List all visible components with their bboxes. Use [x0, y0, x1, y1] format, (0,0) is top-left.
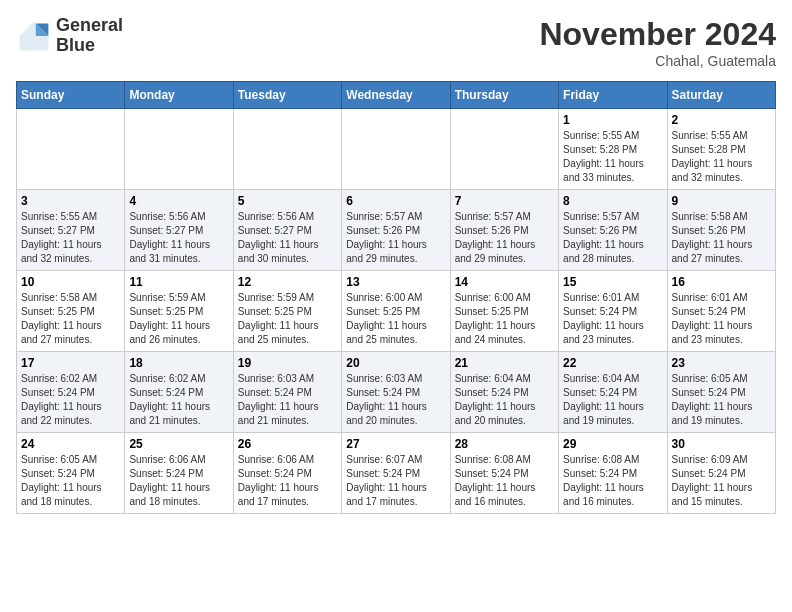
day-number: 19	[238, 356, 337, 370]
day-info: Sunrise: 6:00 AM Sunset: 5:25 PM Dayligh…	[455, 291, 554, 347]
weekday-header-wednesday: Wednesday	[342, 82, 450, 109]
calendar-cell: 4Sunrise: 5:56 AM Sunset: 5:27 PM Daylig…	[125, 190, 233, 271]
day-number: 3	[21, 194, 120, 208]
calendar-cell: 26Sunrise: 6:06 AM Sunset: 5:24 PM Dayli…	[233, 433, 341, 514]
calendar-cell: 29Sunrise: 6:08 AM Sunset: 5:24 PM Dayli…	[559, 433, 667, 514]
calendar-cell: 18Sunrise: 6:02 AM Sunset: 5:24 PM Dayli…	[125, 352, 233, 433]
day-info: Sunrise: 5:56 AM Sunset: 5:27 PM Dayligh…	[238, 210, 337, 266]
day-info: Sunrise: 6:02 AM Sunset: 5:24 PM Dayligh…	[129, 372, 228, 428]
day-info: Sunrise: 5:55 AM Sunset: 5:27 PM Dayligh…	[21, 210, 120, 266]
calendar-week-row: 10Sunrise: 5:58 AM Sunset: 5:25 PM Dayli…	[17, 271, 776, 352]
day-info: Sunrise: 6:01 AM Sunset: 5:24 PM Dayligh…	[672, 291, 771, 347]
calendar-cell: 30Sunrise: 6:09 AM Sunset: 5:24 PM Dayli…	[667, 433, 775, 514]
calendar-cell: 12Sunrise: 5:59 AM Sunset: 5:25 PM Dayli…	[233, 271, 341, 352]
month-year: November 2024	[539, 16, 776, 53]
day-number: 8	[563, 194, 662, 208]
calendar-cell: 3Sunrise: 5:55 AM Sunset: 5:27 PM Daylig…	[17, 190, 125, 271]
calendar-cell: 19Sunrise: 6:03 AM Sunset: 5:24 PM Dayli…	[233, 352, 341, 433]
calendar-cell: 24Sunrise: 6:05 AM Sunset: 5:24 PM Dayli…	[17, 433, 125, 514]
day-info: Sunrise: 5:56 AM Sunset: 5:27 PM Dayligh…	[129, 210, 228, 266]
calendar-cell: 11Sunrise: 5:59 AM Sunset: 5:25 PM Dayli…	[125, 271, 233, 352]
day-number: 9	[672, 194, 771, 208]
logo: General Blue	[16, 16, 123, 56]
day-info: Sunrise: 5:59 AM Sunset: 5:25 PM Dayligh…	[129, 291, 228, 347]
calendar-cell: 7Sunrise: 5:57 AM Sunset: 5:26 PM Daylig…	[450, 190, 558, 271]
day-number: 1	[563, 113, 662, 127]
day-number: 7	[455, 194, 554, 208]
day-number: 12	[238, 275, 337, 289]
page-header: General Blue November 2024 Chahal, Guate…	[16, 16, 776, 69]
calendar-cell: 8Sunrise: 5:57 AM Sunset: 5:26 PM Daylig…	[559, 190, 667, 271]
day-number: 18	[129, 356, 228, 370]
calendar-cell: 28Sunrise: 6:08 AM Sunset: 5:24 PM Dayli…	[450, 433, 558, 514]
logo-text: General Blue	[56, 16, 123, 56]
day-number: 23	[672, 356, 771, 370]
day-number: 4	[129, 194, 228, 208]
weekday-header-row: SundayMondayTuesdayWednesdayThursdayFrid…	[17, 82, 776, 109]
calendar-cell: 25Sunrise: 6:06 AM Sunset: 5:24 PM Dayli…	[125, 433, 233, 514]
day-info: Sunrise: 5:57 AM Sunset: 5:26 PM Dayligh…	[455, 210, 554, 266]
calendar-cell: 16Sunrise: 6:01 AM Sunset: 5:24 PM Dayli…	[667, 271, 775, 352]
day-info: Sunrise: 6:00 AM Sunset: 5:25 PM Dayligh…	[346, 291, 445, 347]
day-info: Sunrise: 5:55 AM Sunset: 5:28 PM Dayligh…	[672, 129, 771, 185]
day-number: 25	[129, 437, 228, 451]
day-info: Sunrise: 5:59 AM Sunset: 5:25 PM Dayligh…	[238, 291, 337, 347]
calendar-cell: 9Sunrise: 5:58 AM Sunset: 5:26 PM Daylig…	[667, 190, 775, 271]
title-block: November 2024 Chahal, Guatemala	[539, 16, 776, 69]
calendar-cell: 20Sunrise: 6:03 AM Sunset: 5:24 PM Dayli…	[342, 352, 450, 433]
calendar-cell: 2Sunrise: 5:55 AM Sunset: 5:28 PM Daylig…	[667, 109, 775, 190]
day-number: 14	[455, 275, 554, 289]
calendar-cell	[125, 109, 233, 190]
day-number: 13	[346, 275, 445, 289]
calendar-cell	[233, 109, 341, 190]
day-info: Sunrise: 6:07 AM Sunset: 5:24 PM Dayligh…	[346, 453, 445, 509]
calendar-cell	[17, 109, 125, 190]
calendar-cell: 5Sunrise: 5:56 AM Sunset: 5:27 PM Daylig…	[233, 190, 341, 271]
calendar-cell: 1Sunrise: 5:55 AM Sunset: 5:28 PM Daylig…	[559, 109, 667, 190]
day-number: 2	[672, 113, 771, 127]
day-info: Sunrise: 6:06 AM Sunset: 5:24 PM Dayligh…	[129, 453, 228, 509]
calendar-week-row: 1Sunrise: 5:55 AM Sunset: 5:28 PM Daylig…	[17, 109, 776, 190]
day-info: Sunrise: 5:57 AM Sunset: 5:26 PM Dayligh…	[563, 210, 662, 266]
day-number: 17	[21, 356, 120, 370]
logo-line2: Blue	[56, 36, 123, 56]
day-number: 5	[238, 194, 337, 208]
logo-icon	[16, 18, 52, 54]
day-info: Sunrise: 6:06 AM Sunset: 5:24 PM Dayligh…	[238, 453, 337, 509]
day-number: 21	[455, 356, 554, 370]
calendar-table: SundayMondayTuesdayWednesdayThursdayFrid…	[16, 81, 776, 514]
weekday-header-sunday: Sunday	[17, 82, 125, 109]
calendar-cell: 14Sunrise: 6:00 AM Sunset: 5:25 PM Dayli…	[450, 271, 558, 352]
day-info: Sunrise: 6:01 AM Sunset: 5:24 PM Dayligh…	[563, 291, 662, 347]
calendar-cell: 6Sunrise: 5:57 AM Sunset: 5:26 PM Daylig…	[342, 190, 450, 271]
day-info: Sunrise: 6:04 AM Sunset: 5:24 PM Dayligh…	[563, 372, 662, 428]
calendar-week-row: 17Sunrise: 6:02 AM Sunset: 5:24 PM Dayli…	[17, 352, 776, 433]
day-info: Sunrise: 6:05 AM Sunset: 5:24 PM Dayligh…	[672, 372, 771, 428]
calendar-week-row: 24Sunrise: 6:05 AM Sunset: 5:24 PM Dayli…	[17, 433, 776, 514]
weekday-header-saturday: Saturday	[667, 82, 775, 109]
weekday-header-monday: Monday	[125, 82, 233, 109]
day-info: Sunrise: 5:57 AM Sunset: 5:26 PM Dayligh…	[346, 210, 445, 266]
day-number: 16	[672, 275, 771, 289]
day-info: Sunrise: 6:05 AM Sunset: 5:24 PM Dayligh…	[21, 453, 120, 509]
calendar-cell: 27Sunrise: 6:07 AM Sunset: 5:24 PM Dayli…	[342, 433, 450, 514]
day-number: 30	[672, 437, 771, 451]
day-number: 29	[563, 437, 662, 451]
day-number: 20	[346, 356, 445, 370]
location: Chahal, Guatemala	[539, 53, 776, 69]
calendar-week-row: 3Sunrise: 5:55 AM Sunset: 5:27 PM Daylig…	[17, 190, 776, 271]
calendar-cell: 13Sunrise: 6:00 AM Sunset: 5:25 PM Dayli…	[342, 271, 450, 352]
day-number: 10	[21, 275, 120, 289]
calendar-cell: 15Sunrise: 6:01 AM Sunset: 5:24 PM Dayli…	[559, 271, 667, 352]
weekday-header-thursday: Thursday	[450, 82, 558, 109]
weekday-header-friday: Friday	[559, 82, 667, 109]
weekday-header-tuesday: Tuesday	[233, 82, 341, 109]
calendar-cell: 21Sunrise: 6:04 AM Sunset: 5:24 PM Dayli…	[450, 352, 558, 433]
day-number: 24	[21, 437, 120, 451]
day-info: Sunrise: 5:58 AM Sunset: 5:26 PM Dayligh…	[672, 210, 771, 266]
day-number: 22	[563, 356, 662, 370]
day-info: Sunrise: 6:04 AM Sunset: 5:24 PM Dayligh…	[455, 372, 554, 428]
day-info: Sunrise: 6:02 AM Sunset: 5:24 PM Dayligh…	[21, 372, 120, 428]
calendar-cell: 10Sunrise: 5:58 AM Sunset: 5:25 PM Dayli…	[17, 271, 125, 352]
day-info: Sunrise: 6:03 AM Sunset: 5:24 PM Dayligh…	[346, 372, 445, 428]
